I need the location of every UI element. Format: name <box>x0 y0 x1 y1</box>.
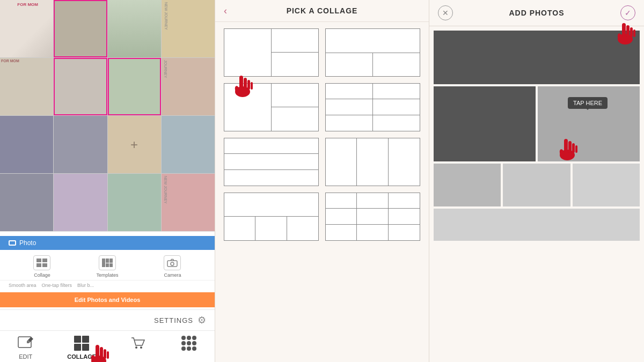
collage-template-6[interactable] <box>325 138 420 186</box>
svg-rect-27 <box>575 145 577 153</box>
nav-item-edit[interactable]: EDIT <box>16 335 35 360</box>
grid-cell[interactable]: FOR MOM <box>0 58 53 115</box>
tap-here-bubble: TAP HERE <box>568 97 608 109</box>
right-photo-cell3[interactable] <box>434 164 501 206</box>
photo-icon <box>9 240 16 246</box>
photo-menu-header: Photo <box>0 236 215 250</box>
svg-rect-26 <box>572 143 575 153</box>
right-photo-cell2[interactable]: TAP HERE <box>538 86 640 161</box>
grid-cell[interactable] <box>162 116 215 173</box>
svg-point-1 <box>171 262 174 265</box>
svg-rect-25 <box>568 141 572 153</box>
middle-title: PICK A COLLAGE <box>287 6 358 15</box>
svg-rect-7 <box>107 351 109 359</box>
nav-item-more[interactable] <box>179 335 199 360</box>
bottom-nav: EDIT COLLAGE <box>0 330 215 362</box>
template-wrapper-1 <box>224 28 319 77</box>
more-icon <box>179 335 199 351</box>
svg-rect-24 <box>564 139 568 152</box>
taphere-cursor-hand <box>554 132 581 161</box>
collage-nav-icon <box>72 335 91 351</box>
camera-icon <box>167 258 178 267</box>
cart-icon <box>128 335 148 351</box>
grid-cell[interactable] <box>108 0 161 57</box>
edit-icon <box>17 336 34 351</box>
collage-template-5[interactable] <box>224 138 319 186</box>
right-photo-row4[interactable] <box>434 209 640 241</box>
collage-template-2[interactable] <box>325 28 420 77</box>
edit-photos-btn[interactable]: Edit Photos and Videos <box>0 292 215 307</box>
svg-rect-12 <box>239 76 243 89</box>
grid-cell[interactable] <box>54 174 107 231</box>
svg-rect-4 <box>96 345 99 358</box>
grid-cell[interactable] <box>54 0 107 57</box>
grid-cell[interactable] <box>54 58 107 115</box>
right-photos-grid: TAP HERE <box>429 26 644 362</box>
photo-menu: Photo Collage <box>0 231 215 309</box>
menu-icons-row: Collage Templates <box>0 253 215 280</box>
collage-template-8[interactable] <box>325 193 420 241</box>
grid-cell[interactable]: NEW JOURNEY <box>162 174 215 231</box>
back-arrow[interactable]: ‹ <box>224 5 227 17</box>
grid-cell[interactable]: NEW JOURNEY <box>162 0 215 57</box>
grid-cell[interactable] <box>54 116 107 173</box>
gear-icon[interactable]: ⚙ <box>197 314 206 326</box>
svg-rect-6 <box>104 349 106 359</box>
svg-rect-15 <box>251 82 253 90</box>
photo-grid: FOR MOM NEW JOURNEY FOR MOM JOURNEY + NE… <box>0 0 215 231</box>
right-photo-row3 <box>434 164 640 206</box>
svg-rect-18 <box>622 23 626 36</box>
add-cell[interactable]: + <box>108 116 161 173</box>
right-photo-cell1[interactable] <box>434 86 536 161</box>
settings-label: SETTINGS <box>154 316 193 324</box>
confirm-cursor-hand <box>612 16 639 46</box>
nav-item-collage[interactable]: COLLAGE <box>67 335 96 360</box>
svg-rect-21 <box>633 29 635 37</box>
svg-rect-5 <box>100 347 103 359</box>
photo-label: Photo <box>19 239 36 247</box>
menu-item-camera[interactable]: Camera <box>164 255 181 278</box>
close-button[interactable]: ✕ <box>438 5 453 20</box>
grid-cell[interactable]: JOURNEY <box>162 58 215 115</box>
templates-menu-label: Templates <box>96 272 118 278</box>
right-title: ADD PHOTOS <box>509 9 564 17</box>
settings-bar: SETTINGS ⚙ <box>0 309 215 330</box>
right-photo-row1[interactable] <box>434 31 640 84</box>
middle-header: ‹ PICK A COLLAGE <box>215 0 429 22</box>
right-photo-cell5[interactable] <box>573 164 640 206</box>
svg-rect-13 <box>244 78 247 90</box>
collage-menu-label: Collage <box>34 272 50 278</box>
svg-rect-14 <box>247 80 250 90</box>
collage-nav-label: COLLAGE <box>67 353 96 360</box>
grid-cell[interactable] <box>0 116 53 173</box>
collage-template-7[interactable] <box>224 193 319 241</box>
svg-rect-20 <box>630 27 633 37</box>
panel-middle: ‹ PICK A COLLAGE <box>215 0 429 362</box>
menu-item-templates[interactable]: Templates <box>96 255 118 278</box>
panel-right: ✕ ADD PHOTOS ✓ TAP HERE <box>429 0 644 362</box>
camera-menu-label: Camera <box>164 272 181 278</box>
collage-template-grid <box>215 22 429 362</box>
svg-rect-19 <box>626 25 630 37</box>
collage-template-4[interactable] <box>325 83 420 131</box>
template-cursor-hand <box>229 69 256 98</box>
right-photo-row2: TAP HERE <box>434 86 640 161</box>
edit-nav-icon <box>16 335 35 351</box>
edit-nav-label: EDIT <box>19 353 32 360</box>
grid-cell[interactable] <box>108 58 161 115</box>
nav-item-cart[interactable] <box>128 335 148 360</box>
svg-point-10 <box>140 346 142 349</box>
grid-cell[interactable]: FOR MOM <box>0 0 53 57</box>
grid-cell[interactable] <box>108 174 161 231</box>
cart-svg-icon <box>130 336 145 351</box>
menu-item-collage[interactable]: Collage <box>33 255 50 278</box>
features-list: Smooth area One-tap filters Blur b... <box>0 280 215 290</box>
grid-cell[interactable] <box>0 174 53 231</box>
panel-left: FOR MOM NEW JOURNEY FOR MOM JOURNEY + NE… <box>0 0 215 362</box>
right-photo-cell4[interactable] <box>503 164 570 206</box>
svg-point-9 <box>135 346 137 349</box>
